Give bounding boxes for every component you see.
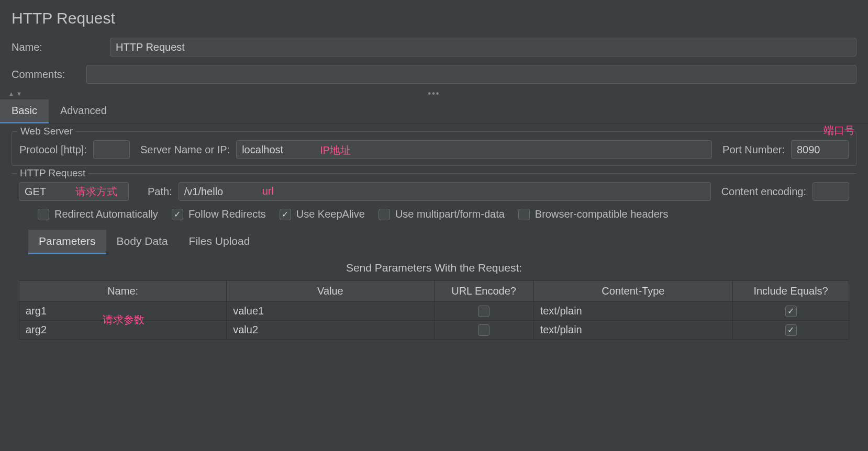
cb-label: Follow Redirects [188,208,266,220]
comments-input[interactable] [86,65,856,84]
cb-follow-redirects[interactable]: Follow Redirects [172,208,266,220]
checkbox-icon [379,209,390,220]
sub-tab-body-data[interactable]: Body Data [106,230,179,254]
cb-label: Use KeepAlive [296,208,365,220]
port-input[interactable] [791,140,849,159]
name-label: Name: [12,41,80,53]
http-request-legend: HTTP Request [17,167,88,179]
checkbox-icon [785,306,797,317]
cell-name[interactable]: arg1 [19,302,227,321]
arrow-down-icon: ▼ [16,91,22,97]
cb-label: Redirect Automatically [54,208,158,220]
params-table-title: Send Parameters With the Request: [19,254,849,278]
http-request-fieldset: HTTP Request 请求方式 Path: url Content enco… [12,173,856,340]
server-label: Server Name or IP: [140,144,230,156]
sub-tab-files-upload[interactable]: Files Upload [179,230,261,254]
panel-title: HTTP Request [0,0,868,33]
web-server-legend: Web Server [17,126,76,137]
cell-url-encode[interactable] [434,302,533,321]
checkbox-icon [172,209,183,220]
col-content-type: Content-Type [533,281,732,302]
table-row[interactable]: arg2 valu2 text/plain [19,321,849,340]
comments-label: Comments: [12,69,80,81]
cell-name[interactable]: arg2 [19,321,227,340]
checkbox-icon [38,209,49,220]
arrow-up-icon: ▲ [8,91,14,97]
sub-tabs: Parameters Body Data Files Upload [19,226,849,254]
cb-keepalive[interactable]: Use KeepAlive [280,208,365,220]
server-input[interactable] [236,140,712,159]
checkbox-icon [478,306,489,317]
web-server-fieldset: Web Server Protocol [http]: Server Name … [12,131,856,166]
col-value: Value [227,281,434,302]
protocol-input[interactable] [93,140,130,159]
collapse-toggle[interactable]: ▲ ▼ [8,91,22,97]
comments-row: Comments: [0,61,868,88]
cell-content-type[interactable]: text/plain [533,302,732,321]
table-row[interactable]: arg1 value1 text/plain [19,302,849,321]
checkbox-icon [280,209,291,220]
port-label: Port Number: [722,144,785,156]
cell-url-encode[interactable] [434,321,533,340]
encoding-label: Content encoding: [721,186,806,198]
checkbox-icon [785,324,797,336]
protocol-label: Protocol [http]: [19,144,87,156]
cell-value[interactable]: valu2 [227,321,434,340]
annotation-port: 端口号 [824,123,855,138]
name-input[interactable] [110,38,856,57]
col-include-equals: Include Equals? [733,281,849,302]
checkbox-row: Redirect Automatically Follow Redirects … [19,201,849,226]
divider: ▲ ▼ ••• [0,88,868,99]
cb-multipart[interactable]: Use multipart/form-data [379,208,505,220]
params-table: Name: Value URL Encode? Content-Type Inc… [19,280,849,340]
cell-include-equals[interactable] [733,321,849,340]
checkbox-icon [518,209,530,220]
tab-basic[interactable]: Basic [0,99,49,123]
path-input[interactable] [179,182,711,201]
http-request-panel: HTTP Request Name: Comments: ▲ ▼ ••• Bas… [0,0,868,340]
table-header-row: Name: Value URL Encode? Content-Type Inc… [19,281,849,302]
col-name: Name: [19,281,227,302]
cell-value[interactable]: value1 [227,302,434,321]
sub-tab-parameters[interactable]: Parameters [28,230,106,254]
method-select[interactable] [19,182,129,201]
cb-label: Use multipart/form-data [395,208,505,220]
encoding-input[interactable] [813,182,849,201]
col-url-encode: URL Encode? [434,281,533,302]
cb-label: Browser-compatible headers [535,208,669,220]
name-row: Name: [0,33,868,61]
cell-content-type[interactable]: text/plain [533,321,732,340]
path-label: Path: [148,186,172,198]
checkbox-icon [478,324,489,336]
grip-icon[interactable]: ••• [428,89,440,98]
cell-include-equals[interactable] [733,302,849,321]
tab-advanced[interactable]: Advanced [49,99,118,123]
cb-browser-compat[interactable]: Browser-compatible headers [518,208,669,220]
cb-redirect-auto[interactable]: Redirect Automatically [38,208,158,220]
main-tabs: Basic Advanced [0,99,868,124]
